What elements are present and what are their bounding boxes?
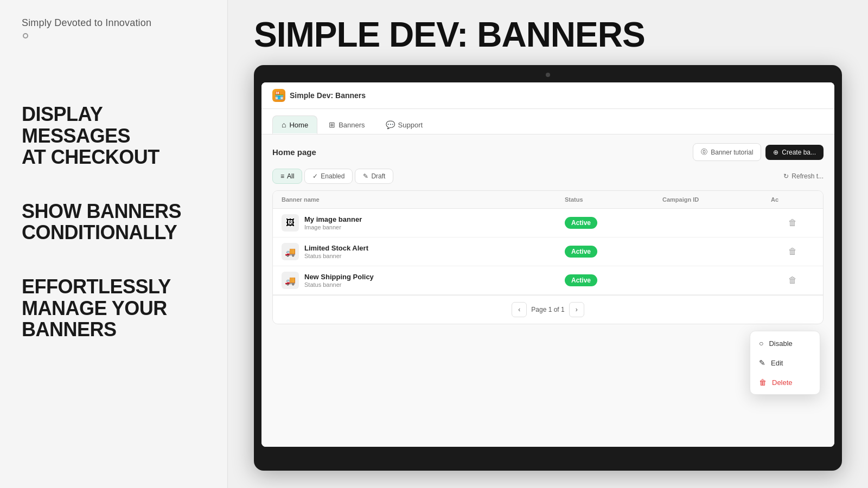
- enabled-icon: ✓: [312, 172, 318, 180]
- banner-name-2: Limited Stock Alert: [304, 244, 368, 253]
- enabled-label: Enabled: [321, 172, 344, 180]
- disable-icon: ○: [759, 339, 763, 348]
- banner-table: Banner name Status Campaign ID Ac 🖼 My i…: [272, 190, 824, 324]
- feature-item-1: DISPLAY MESSAGESAT CHECKOUT: [22, 104, 206, 168]
- nav-tabs: ⌂ Home ⊞ Banners 💬 Support: [261, 109, 834, 134]
- table-header: Banner name Status Campaign ID Ac: [273, 191, 823, 209]
- edit-icon: ✎: [759, 358, 765, 367]
- create-label: Create ba...: [782, 149, 816, 156]
- banner-cell-1: 🖼 My image banner Image banner: [282, 214, 565, 232]
- feature-list: DISPLAY MESSAGESAT CHECKOUT SHOW BANNERS…: [22, 104, 206, 341]
- draft-label: Draft: [371, 172, 385, 180]
- filter-enabled[interactable]: ✓ Enabled: [304, 169, 353, 184]
- tab-support-label: Support: [398, 121, 423, 129]
- edit-label: Edit: [771, 359, 783, 367]
- app-icon: 🏪: [272, 89, 285, 102]
- content-area: Home page ⓪ Banner tutorial ⊕ Create ba.…: [261, 134, 834, 447]
- filter-tab-group: ≡ All ✓ Enabled ✎ Draft: [272, 169, 393, 184]
- right-panel: SIMPLE DEV: BANNERS 🏪 Simple Dev: Banner…: [228, 0, 868, 488]
- tutorial-button[interactable]: ⓪ Banner tutorial: [693, 143, 761, 161]
- home-icon: ⌂: [282, 120, 286, 129]
- context-edit[interactable]: ✎ Edit: [750, 353, 820, 373]
- banners-icon: ⊞: [329, 120, 335, 129]
- create-button[interactable]: ⊕ Create ba...: [765, 145, 824, 160]
- tutorial-icon: ⓪: [701, 147, 707, 157]
- support-icon: 💬: [386, 120, 395, 129]
- delete-icon-3[interactable]: 🗑: [771, 275, 814, 285]
- banner-info-2: Limited Stock Alert Status banner: [304, 244, 368, 259]
- table-row: 🚚 Limited Stock Alert Status banner Acti…: [273, 237, 823, 266]
- banner-name-1: My image banner: [304, 215, 362, 224]
- filter-tabs: ≡ All ✓ Enabled ✎ Draft ↻: [272, 169, 824, 184]
- banner-name-3: New Shipping Policy: [304, 273, 374, 281]
- delete-label: Delete: [772, 378, 793, 387]
- status-badge-2: Active: [565, 246, 597, 258]
- banner-type-3: Status banner: [304, 281, 374, 288]
- header-buttons: ⓪ Banner tutorial ⊕ Create ba...: [693, 143, 824, 161]
- table-row: 🚚 New Shipping Policy Status banner Acti…: [273, 266, 823, 295]
- tab-home-label: Home: [289, 121, 308, 129]
- tab-banners-label: Banners: [339, 121, 365, 129]
- feature-item-3: EFFORTLESSLYMANAGE YOURBANNERS: [22, 276, 206, 341]
- device-screen: 🏪 Simple Dev: Banners ⌂ Home ⊞ Banners 💬…: [261, 82, 834, 447]
- banner-icon-2: 🚚: [282, 243, 299, 260]
- tutorial-label: Banner tutorial: [711, 149, 753, 156]
- table-row: 🖼 My image banner Image banner Active 🗑: [273, 209, 823, 237]
- filter-draft[interactable]: ✎ Draft: [355, 169, 393, 184]
- create-icon: ⊕: [773, 149, 778, 156]
- banner-info-1: My image banner Image banner: [304, 215, 362, 230]
- banner-icon-1: 🖼: [282, 214, 299, 232]
- context-delete[interactable]: 🗑 Delete: [750, 373, 820, 392]
- banner-type-2: Status banner: [304, 253, 368, 259]
- brand-name: Simply Devoted to Innovation: [22, 17, 206, 29]
- pagination: ‹ Page 1 of 1 ›: [273, 295, 823, 324]
- all-icon: ≡: [280, 172, 284, 180]
- banner-cell-2: 🚚 Limited Stock Alert Status banner: [282, 243, 565, 260]
- brand-dot: [23, 33, 28, 38]
- col-banner-name: Banner name: [282, 196, 565, 203]
- delete-icon-2[interactable]: 🗑: [771, 247, 814, 256]
- status-cell-3: Active: [565, 274, 662, 286]
- refresh-icon: ↻: [783, 172, 789, 180]
- tab-home[interactable]: ⌂ Home: [272, 115, 317, 134]
- context-disable[interactable]: ○ Disable: [750, 333, 820, 353]
- left-panel: Simply Devoted to Innovation DISPLAY MES…: [0, 0, 228, 488]
- status-cell-2: Active: [565, 246, 662, 258]
- col-status: Status: [565, 196, 662, 203]
- refresh-label: Refresh t...: [792, 172, 824, 180]
- status-cell-1: Active: [565, 217, 662, 229]
- app-header: 🏪 Simple Dev: Banners: [261, 82, 834, 109]
- filter-all[interactable]: ≡ All: [272, 169, 302, 184]
- all-label: All: [287, 172, 294, 180]
- status-badge-3: Active: [565, 274, 597, 286]
- status-badge-1: Active: [565, 217, 597, 229]
- banner-type-1: Image banner: [304, 224, 362, 230]
- content-header-title: Home page: [272, 147, 316, 157]
- prev-page-button[interactable]: ‹: [512, 302, 527, 317]
- content-header: Home page ⓪ Banner tutorial ⊕ Create ba.…: [272, 143, 824, 161]
- draft-icon: ✎: [363, 172, 368, 180]
- device-camera: [546, 73, 550, 77]
- app-title: Simple Dev: Banners: [290, 91, 366, 100]
- context-menu: ○ Disable ✎ Edit 🗑 Delete: [750, 331, 820, 395]
- delete-icon-1[interactable]: 🗑: [771, 218, 814, 228]
- delete-menu-icon: 🗑: [759, 378, 767, 387]
- banner-icon-3: 🚚: [282, 272, 299, 289]
- device-mockup: 🏪 Simple Dev: Banners ⌂ Home ⊞ Banners 💬…: [254, 65, 842, 471]
- tab-support[interactable]: 💬 Support: [376, 115, 432, 134]
- banner-info-3: New Shipping Policy Status banner: [304, 273, 374, 288]
- col-campaign-id: Campaign ID: [662, 196, 771, 203]
- refresh-button[interactable]: ↻ Refresh t...: [783, 172, 824, 180]
- col-actions: Ac: [771, 196, 814, 203]
- page-info: Page 1 of 1: [531, 306, 564, 313]
- banner-cell-3: 🚚 New Shipping Policy Status banner: [282, 272, 565, 289]
- next-page-button[interactable]: ›: [569, 302, 584, 317]
- feature-item-2: SHOW BANNERSCONDITIONALLY: [22, 201, 206, 243]
- disable-label: Disable: [769, 339, 792, 348]
- tab-banners[interactable]: ⊞ Banners: [320, 115, 374, 134]
- app-icon-emoji: 🏪: [275, 91, 284, 100]
- page-title: SIMPLE DEV: BANNERS: [254, 17, 842, 52]
